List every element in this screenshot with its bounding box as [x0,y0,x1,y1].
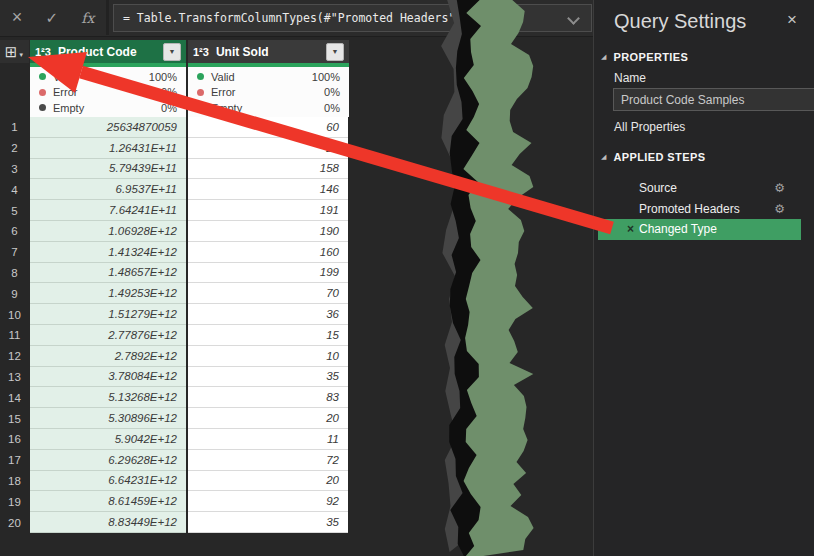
error-dot-icon [39,89,46,96]
cancel-icon[interactable]: × [12,7,23,28]
quality-value: 0% [324,86,340,98]
valid-dot-icon [197,73,204,80]
chevron-down-icon: ▼ [18,52,24,58]
row-number[interactable]: 1 [0,117,29,138]
product-code-cell[interactable]: 1.51279E+12 [30,304,186,325]
quality-value: 100% [312,71,340,83]
column-filter-dropdown[interactable]: ▼ [163,43,181,61]
product-code-cell[interactable]: 6.64231E+12 [30,471,186,492]
section-title: APPLIED STEPS [613,151,705,163]
row-number[interactable]: 17 [0,450,29,471]
row-number[interactable]: 7 [0,242,29,263]
close-icon[interactable]: × [787,11,797,28]
row-number[interactable]: 11 [0,325,29,346]
row-number[interactable]: 18 [0,471,29,492]
row-number[interactable]: 13 [0,367,29,388]
row-number[interactable]: 3 [0,159,29,180]
delete-step-icon[interactable]: × [627,222,634,236]
product-code-cell[interactable]: 8.61459E+12 [30,491,186,512]
unit-sold-cell[interactable]: 83 [188,387,348,408]
gear-icon[interactable]: ⚙ [774,181,785,195]
applied-steps-section-header[interactable]: ◢ APPLIED STEPS [601,151,705,163]
unit-sold-cell[interactable]: 15 [188,325,348,346]
unit-sold-cell[interactable]: 11 [188,429,348,450]
table-row: 3 5.79439E+11 158 [0,159,349,180]
product-code-cell[interactable]: 25634870059 [30,117,186,138]
unit-sold-cell[interactable]: 35 [188,512,348,533]
product-code-cell[interactable]: 6.9537E+11 [30,179,186,200]
product-code-cell[interactable]: 7.64241E+11 [30,200,186,221]
product-code-cell[interactable]: 2.7892E+12 [30,346,186,367]
table-row: 13 3.78084E+12 35 [0,367,349,388]
row-number[interactable]: 6 [0,221,29,242]
product-code-cell[interactable]: 1.06928E+12 [30,221,186,242]
unit-sold-cell[interactable]: 191 [188,200,348,221]
table-row: 2 1.26431E+11 20 [0,138,349,159]
table-row: 11 2.77876E+12 15 [0,325,349,346]
unit-sold-cell[interactable]: 70 [188,283,348,304]
unit-sold-cell[interactable]: 72 [188,450,348,471]
table-row: 8 1.48657E+12 199 [0,263,349,284]
unit-sold-cell[interactable]: 10 [188,346,348,367]
product-code-cell[interactable]: 6.29628E+12 [30,450,186,471]
table-row: 6 1.06928E+12 190 [0,221,349,242]
product-code-cell[interactable]: 1.41324E+12 [30,242,186,263]
row-number[interactable]: 14 [0,387,29,408]
unit-sold-cell[interactable]: 146 [188,179,348,200]
unit-sold-cell[interactable]: 20 [188,408,348,429]
gear-icon[interactable]: ⚙ [774,202,785,216]
table-corner-button[interactable]: ⊞ ▼ [0,40,29,63]
column-header-unit-sold[interactable]: 1²3 Unit Sold ▼ [188,40,349,63]
product-code-cell[interactable]: 5.9042E+12 [30,429,186,450]
all-properties-link[interactable]: All Properties [614,120,685,134]
product-code-cell[interactable]: 2.77876E+12 [30,325,186,346]
row-number[interactable]: 16 [0,429,29,450]
column-header-product-code[interactable]: 1²3 Product Code ▼ [30,40,186,63]
row-number[interactable]: 4 [0,179,29,200]
formula-expand-chevron-icon[interactable] [567,12,580,25]
row-number[interactable]: 5 [0,200,29,221]
panel-title: Query Settings [614,10,746,33]
row-number[interactable]: 2 [0,138,29,159]
unit-sold-cell[interactable]: 36 [188,304,348,325]
properties-section-header[interactable]: ◢ PROPERTIES [601,51,688,63]
unit-sold-cell[interactable]: 20 [188,138,348,159]
row-number[interactable]: 19 [0,491,29,512]
query-name-input[interactable]: Product Code Samples [613,88,814,111]
number-type-icon: 1²3 [35,46,51,58]
unit-sold-cell[interactable]: 20 [188,471,348,492]
quality-value: 100% [149,71,177,83]
product-code-cell[interactable]: 5.79439E+11 [30,159,186,180]
product-code-cell[interactable]: 1.26431E+11 [30,138,186,159]
unit-sold-cell[interactable]: 92 [188,491,348,512]
fx-add-step-icon[interactable]: fx [81,10,94,26]
unit-sold-cell[interactable]: 158 [188,159,348,180]
row-number[interactable]: 20 [0,512,29,533]
unit-sold-cell[interactable]: 199 [188,263,348,284]
product-code-cell[interactable]: 5.13268E+12 [30,387,186,408]
applied-step-changed-type[interactable]: × Changed Type [598,219,801,240]
unit-sold-cell[interactable]: 190 [188,221,348,242]
row-number[interactable]: 8 [0,263,29,284]
product-code-cell[interactable]: 5.30896E+12 [30,408,186,429]
unit-sold-cell[interactable]: 60 [188,117,348,138]
valid-dot-icon [39,73,46,80]
product-code-cell[interactable]: 3.78084E+12 [30,367,186,388]
formula-input[interactable]: = Table.TransformColumnTypes(#"Promoted … [113,4,592,32]
quality-value: 0% [161,102,177,114]
product-code-cell[interactable]: 8.83449E+12 [30,512,186,533]
applied-step-promoted-headers[interactable]: Promoted Headers ⚙ [598,199,801,220]
unit-sold-cell[interactable]: 160 [188,242,348,263]
unit-sold-cell[interactable]: 35 [188,367,348,388]
row-number[interactable]: 10 [0,304,29,325]
formula-text: = Table.TransformColumnTypes(#"Promoted … [114,11,497,25]
quality-valid-row: Valid 100% [30,69,186,85]
row-number[interactable]: 12 [0,346,29,367]
applied-step-source[interactable]: Source ⚙ [598,178,801,199]
column-filter-dropdown[interactable]: ▼ [326,43,344,61]
row-number[interactable]: 9 [0,283,29,304]
commit-check-icon[interactable]: ✓ [45,9,58,27]
row-number[interactable]: 15 [0,408,29,429]
product-code-cell[interactable]: 1.48657E+12 [30,263,186,284]
product-code-cell[interactable]: 1.49253E+12 [30,283,186,304]
